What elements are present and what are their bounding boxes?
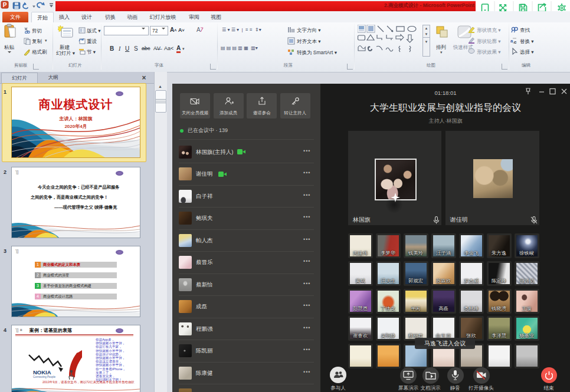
svg-text:A: A bbox=[196, 27, 201, 33]
svg-text:P: P bbox=[3, 2, 7, 8]
svg-text:c: c bbox=[514, 39, 517, 44]
